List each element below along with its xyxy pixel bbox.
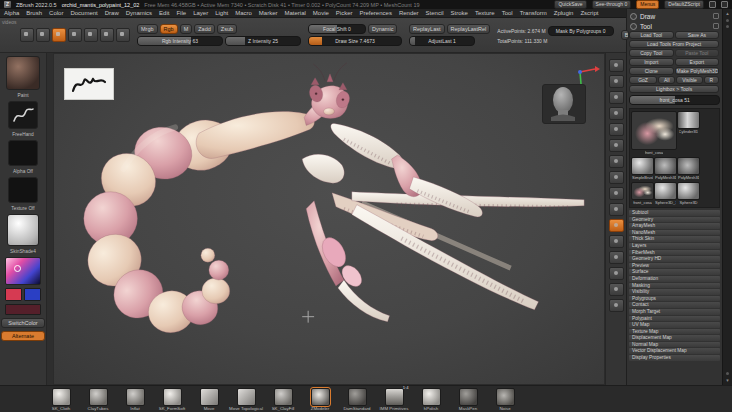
focal-shift-slider[interactable]: Focal Shift 0 [308,24,366,34]
palette-pin-icon[interactable] [713,23,719,29]
brush-tray-item[interactable]: SK_FormSoft [157,388,187,411]
tool-thumbnail[interactable]: Sphere3D [678,182,699,205]
projection-icon[interactable] [36,28,50,42]
aa-half-icon[interactable] [609,267,624,280]
color-picker[interactable] [5,257,41,285]
menu-item[interactable]: Transform [520,10,547,16]
menu-item[interactable]: Tool [502,10,513,16]
zoom-out-icon[interactable] [609,299,624,312]
tool-button[interactable]: Visible [676,76,702,84]
scale-icon[interactable] [609,203,624,216]
blend-mode-button[interactable]: M [180,24,193,34]
menu-item[interactable]: Stroke [451,10,468,16]
replay-last-button[interactable]: ReplayLast [409,24,445,34]
tool-subpalette-header[interactable]: Thick Skin [629,236,720,242]
tray-collapse-down-icon[interactable]: ▾ [726,378,729,383]
canvas-viewport[interactable] [53,53,605,385]
tool-thumbnail[interactable]: front_cosa [632,111,676,155]
blend-mode-button[interactable]: Mrgb [137,24,158,34]
backface-button[interactable]: Backface [621,30,629,40]
menu-item[interactable]: Material [285,10,306,16]
tool-button[interactable]: GoZ [629,76,657,84]
tool-thumbnail[interactable]: PolyMesh3D_1 [678,157,699,180]
replay-last-rel-button[interactable]: ReplayLastRel [447,24,491,34]
brush-tray-item[interactable]: ZModeler [305,388,335,411]
dynamic-button[interactable]: Dynamic [368,24,397,34]
rotate-icon[interactable] [116,28,130,42]
main-color-swatch[interactable] [5,288,22,301]
solo-icon[interactable] [609,155,624,168]
tool-subpalette-header[interactable]: Geometry [629,217,720,223]
tool-thumbnail[interactable]: SimpleBrush [632,157,653,180]
menu-item[interactable]: Layer [193,10,208,16]
brush-tray-item[interactable]: Inflat [120,388,150,411]
tool-subpalette-header[interactable]: Polypaint [629,316,720,322]
see-through-slider[interactable]: See-through 0 [592,0,632,9]
brush-tray-item[interactable]: 1:4 IMM Primitives [379,388,409,411]
tool-thumbnail[interactable]: front_cosa [632,182,653,205]
tool-subpalette-header[interactable]: Display Properties [629,355,720,361]
tool-subpalette-header[interactable]: NanoMesh [629,230,720,236]
current-tool-slider[interactable]: front_cosa 51 [629,95,720,105]
brush-tray-item[interactable]: Move Topological [231,388,261,411]
brush-tray-item[interactable]: SK_Cloth [46,388,76,411]
quicksave-button[interactable]: QuickSave [554,0,586,9]
zoom-icon[interactable] [609,235,624,248]
bpr-icon[interactable] [609,59,624,72]
edit-icon[interactable] [52,28,66,42]
menu-item[interactable]: Texture [475,10,495,16]
tool-subpalette-header[interactable]: Morph Target [629,309,720,315]
videos-label[interactable]: videos [2,19,16,25]
default-zscript-button[interactable]: DefaultZScript [664,0,704,9]
menu-item[interactable]: Brush [26,10,42,16]
texture-thumbnail[interactable] [8,177,38,203]
menu-item[interactable]: Picker [336,10,353,16]
move-icon[interactable] [609,187,624,200]
tool-subpalette-header[interactable]: Deformation [629,276,720,282]
brush-tray-item[interactable]: Move [194,388,224,411]
tray-handle-icon[interactable] [726,25,729,28]
menu-item[interactable]: File [176,10,186,16]
tool-subpalette-header[interactable]: Polygroups [629,296,720,302]
menu-item[interactable]: Preferences [360,10,392,16]
draw-size-slider[interactable]: Draw Size 7.4673 [308,36,402,46]
lsym-icon[interactable] [609,139,624,152]
tool-subpalette-header[interactable]: Layers [629,243,720,249]
menu-item[interactable]: Draw [105,10,119,16]
tool-button[interactable]: Load Tool [629,31,674,39]
tool-button[interactable]: R [704,76,719,84]
menu-item[interactable]: Stencil [426,10,444,16]
tray-handle-icon[interactable] [726,372,729,375]
tool-subpalette-header[interactable]: Visibility [629,289,720,295]
reference-bust-thumbnail[interactable] [542,84,586,124]
tool-subpalette-header[interactable]: Displacement Map [629,335,720,341]
current-brush-thumbnail[interactable] [6,56,40,90]
frame-icon[interactable] [609,171,624,184]
alpha-thumbnail[interactable] [8,140,38,166]
tool-button[interactable]: Paste Tool [675,49,720,57]
rotate-icon[interactable] [609,219,624,232]
tool-thumbnail[interactable]: Cylinder3D [678,111,699,155]
tool-button[interactable]: Load Tools From Project [629,40,719,48]
render-pass-icon[interactable] [609,75,624,88]
actual-icon[interactable] [609,251,624,264]
blend-mode-button[interactable]: Zsub [217,24,237,34]
tool-thumbnail[interactable]: PolyMesh3D_2 [655,157,676,180]
tool-button[interactable]: Lightbox > Tools [629,85,719,93]
brush-tray-item[interactable]: ClayTubes [83,388,113,411]
z-intensity-slider[interactable]: Z Intensity 25 [225,36,301,46]
tool-subpalette-header[interactable]: Preview [629,263,720,269]
menu-item[interactable]: Edit [159,10,169,16]
brush-tray-item[interactable]: Noise [490,388,520,411]
tool-button[interactable]: Clone [629,67,674,75]
current-material-thumbnail[interactable] [7,214,39,246]
persp-icon[interactable] [609,91,624,104]
menu-item[interactable]: Render [399,10,419,16]
menu-item[interactable]: Zscript [580,10,598,16]
tool-subpalette-header[interactable]: Geometry HD [629,256,720,262]
switch-color-button[interactable]: SwitchColor [1,318,45,328]
tool-subpalette-header[interactable]: Surface [629,269,720,275]
tool-subpalette-header[interactable]: ArrayMesh [629,223,720,229]
mask-by-polygroups-slider[interactable]: Mask By Polygroups 0 [548,26,614,36]
move-icon[interactable] [84,28,98,42]
